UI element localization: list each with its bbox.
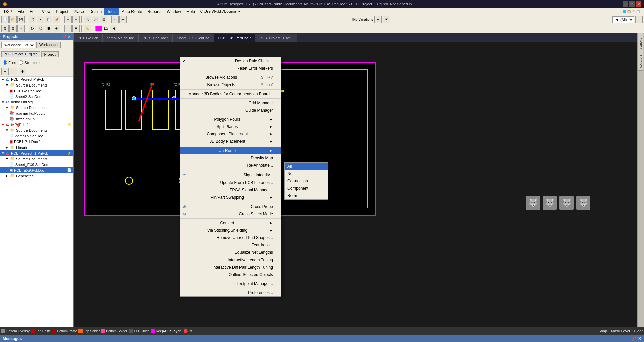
menu-file[interactable]: File [15,8,27,15]
tb2-3[interactable]: ✦ [17,25,25,32]
mask-level-label[interactable]: Mask Level [611,329,630,333]
tree-source-docs-4[interactable]: ▼ 📁 Source Documents [0,156,73,162]
tree-yuanjianku[interactable]: 📚 yuanjianku.PcbLib [0,110,73,116]
menu-interactive-diff[interactable]: Interactive Diff Pair Length Tuning [180,264,281,271]
menu-testpoint-manager[interactable]: Testpoint Manager... [180,280,281,287]
menu-manage-3d[interactable]: Manage 3D Bodies for Components on Board… [180,90,281,98]
tb-select[interactable]: ↖ [111,16,119,23]
menu-split-planes[interactable]: Split Planes ► [180,123,281,130]
menu-outline-selected[interactable]: Outline Selected Objects [180,271,281,278]
menu-update-pcb-lib[interactable]: Update From PCB Libraries... [180,179,281,186]
menu-tools[interactable]: Tools [104,8,119,15]
submenu-room[interactable]: Room [285,192,328,199]
menu-via-stitching[interactable]: Via Stitching/Shielding ► [180,227,281,234]
layer-scroll-left[interactable]: ◄ [110,25,117,32]
menu-path[interactable]: C:\Users\Public\Docume ▼ [198,8,244,15]
tab-sheetex9[interactable]: Sheet_EX9.SchDoc [173,34,214,42]
project-button[interactable]: Project [41,51,59,57]
panel-close-x[interactable]: ✕ [68,35,70,39]
tb2-9[interactable]: A [72,25,80,32]
tb2-4[interactable]: ▷ [29,25,36,32]
options-btn[interactable]: ⚙ [19,68,26,75]
restore-button[interactable]: □ [629,1,635,7]
tb2-5[interactable]: ⬡ [37,25,44,32]
menu-preferences[interactable]: Preferences... [180,289,281,296]
menu-signal-integrity[interactable]: 〜 Signal Integrity... [180,171,281,179]
layer-bottom-overlay[interactable]: Bottom Overlay [1,329,30,333]
tree-sheetex9[interactable]: 📄 Sheet_EX9.SchDoc [0,162,73,167]
tb-copy[interactable]: 📋 [45,16,52,23]
menu-remove-pad-shapes[interactable]: Remove Unused Pad Shapes... [180,234,281,241]
menu-reset-error-markers[interactable]: Reset Error Markers [180,65,281,72]
menu-convert[interactable]: Convert ► [180,219,281,227]
menu-density-map[interactable]: Density Map [180,154,281,162]
tree-item-pcbproject[interactable]: ▼ 🗂 PCB_Project.PrjPcb [0,77,73,82]
tree-demolibpkg[interactable]: ▼ 🗂 demo.LibPkg [0,99,73,105]
menu-teardrops[interactable]: Teardrops... [180,241,281,249]
workspace-button[interactable]: Workspace [36,42,61,48]
menu-reports[interactable]: Reports [145,8,164,15]
tab-project1sdf[interactable]: PCB_Project_1.sdf * [255,34,297,42]
tree-tvprjpcb[interactable]: ▼ 🗂 tv.PrjPcb * ⚡ [0,122,73,127]
layer-bottom-paste[interactable]: Bottom Paste [52,329,77,333]
menu-grid-manager[interactable]: Grid Manager [180,99,281,107]
menu-3d-body-placement[interactable]: 3D Body Placement ► [180,138,281,145]
tb-route[interactable]: 〰 [119,16,127,23]
tab-pcb1-2[interactable]: PCB1-2.Pcb [74,34,103,42]
tree-pcbproject1[interactable]: ▼ 🗂 PCB_Project_1.PrjPcb ⚡ [0,150,73,156]
libraries-tab[interactable]: Libraries [638,52,643,71]
menu-design[interactable]: Design [87,8,104,15]
tree-pcbex9[interactable]: ▣ PCB_EX9.PcbDoc 📄 [0,167,73,173]
layer-drill-guide[interactable]: Drill Guide [129,329,150,333]
menu-interactive-length[interactable]: Interactive Length Tuning [180,256,281,264]
structure-radio-label[interactable]: Structure [19,60,40,65]
tree-demotv[interactable]: 📄 demoTV.SchDoc [0,133,73,139]
layer-top-solder[interactable]: Top Solder [78,329,100,333]
tb2-1[interactable]: ⊕ [1,25,9,32]
menu-polygon-pours[interactable]: Polygon Pours ► [180,116,281,123]
workspace-dropdown[interactable]: Workspace1.DsnV ▼ [1,42,35,48]
minimize-button[interactable]: ─ [623,1,628,7]
tree-smz[interactable]: 📚 smz.SchLib [0,116,73,122]
tree-libraries[interactable]: ► 📁 Libraries [0,145,73,150]
tb-open[interactable]: 📂 [9,16,17,23]
menu-project[interactable]: Project [53,8,71,15]
menu-fpga-signal[interactable]: FPGA Signal Manager... [180,186,281,194]
tb-variations-dropdown[interactable]: ▼ [374,16,382,23]
tb2-2[interactable]: ⊖ [9,25,17,32]
structure-radio[interactable] [19,60,23,65]
clear-button[interactable]: Clear [634,329,643,333]
favorites-tab[interactable]: Favorites [638,33,643,52]
tree-pcb1[interactable]: ▣ PCB1.PcbDoc * [0,139,73,145]
files-radio-label[interactable]: Files [3,60,16,65]
menu-edit[interactable]: Edit [27,8,39,15]
messages-close[interactable]: ✕ [638,336,641,341]
menu-guide-manager[interactable]: Guide Manager [180,107,281,114]
layer-keep-out[interactable]: Keep-Out Layer [151,329,180,333]
snap-label[interactable]: Snap [598,329,607,333]
tb-zoom-fit[interactable]: ⊡ [100,16,107,23]
tb2-8[interactable]: T [64,25,72,32]
tree-generated[interactable]: ► 📁 Generated [0,173,73,179]
tb-zoom-out[interactable]: 🔎 [92,16,99,23]
remove-btn[interactable]: - [10,68,17,75]
filter-dropdown[interactable]: ▼ (All) [612,16,634,23]
layer-bottom-solder[interactable]: Bottom Solder [101,329,127,333]
add-existing-btn[interactable]: + [1,68,9,75]
menu-equalize-net[interactable]: Equalize Net Lengths [180,249,281,256]
menu-autoroute[interactable]: Auto Route [119,8,145,15]
menu-browse-objects[interactable]: Browse Objects Shift+X [180,81,281,89]
submenu-net[interactable]: Net [285,170,328,177]
layer-top-paste[interactable]: Top Paste [31,329,51,333]
tb-redo[interactable]: ↪ [72,16,80,23]
menu-reannotate[interactable]: Re-Annotate... [180,162,281,169]
close-button[interactable]: ✕ [636,1,641,7]
tb-email[interactable]: ✉ [383,16,390,23]
menu-window[interactable]: Window [164,8,184,15]
menu-place[interactable]: Place [71,8,87,15]
tree-pcb1-2[interactable]: ▣ PCB1-2.PcbDoc [0,88,73,94]
menu-view[interactable]: View [39,8,53,15]
tree-sheet2[interactable]: 📄 Sheet2.SchDoc [0,94,73,99]
tb-undo[interactable]: ↩ [64,16,72,23]
menu-component-placement[interactable]: Component Placement ► [180,130,281,138]
